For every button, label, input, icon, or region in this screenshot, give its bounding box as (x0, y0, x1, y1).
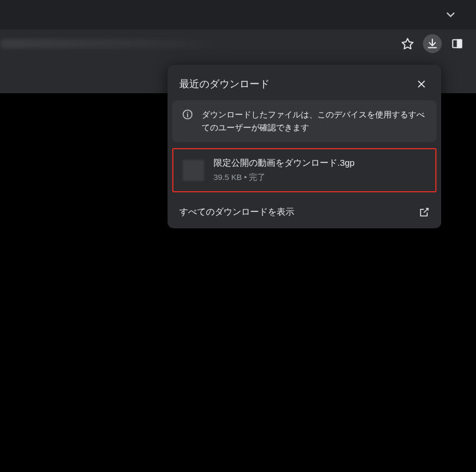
browser-toolbar (0, 30, 476, 58)
show-all-label: すべてのダウンロードを表示 (179, 206, 294, 218)
popup-header: 最近のダウンロード (168, 65, 441, 100)
svg-rect-4 (457, 40, 461, 47)
popup-title: 最近のダウンロード (179, 77, 270, 91)
address-bar[interactable] (0, 34, 392, 53)
info-text: ダウンロードしたファイルは、このデバイスを使用するすべてのユーザーが確認できます (202, 109, 427, 134)
close-button[interactable] (413, 76, 429, 92)
panel-icon[interactable] (448, 34, 467, 53)
svg-line-10 (424, 208, 428, 212)
show-all-downloads[interactable]: すべてのダウンロードを表示 (168, 197, 441, 228)
bookmark-star-icon[interactable] (398, 34, 417, 53)
download-item[interactable]: 限定公開の動画をダウンロード.3gp 39.5 KB • 完了 (172, 148, 436, 192)
download-status: 39.5 KB • 完了 (214, 172, 354, 183)
chevron-down-icon[interactable] (444, 8, 457, 21)
svg-point-9 (187, 112, 188, 113)
download-meta: 限定公開の動画をダウンロード.3gp 39.5 KB • 完了 (214, 158, 354, 183)
info-banner: ダウンロードしたファイルは、このデバイスを使用するすべてのユーザーが確認できます (172, 100, 436, 142)
browser-tabstrip (0, 0, 476, 30)
download-state: 完了 (249, 173, 265, 182)
download-size: 39.5 KB (214, 173, 242, 182)
info-icon (182, 109, 193, 120)
download-filename: 限定公開の動画をダウンロード.3gp (214, 158, 354, 169)
downloads-popup: 最近のダウンロード ダウンロードしたファイルは、このデバイスを使用するすべてのユ… (168, 65, 441, 228)
svg-marker-0 (402, 38, 413, 48)
download-sep: • (242, 173, 249, 182)
downloads-icon[interactable] (423, 34, 442, 53)
file-thumbnail (183, 160, 204, 181)
open-external-icon (419, 207, 429, 218)
close-icon (416, 79, 426, 89)
